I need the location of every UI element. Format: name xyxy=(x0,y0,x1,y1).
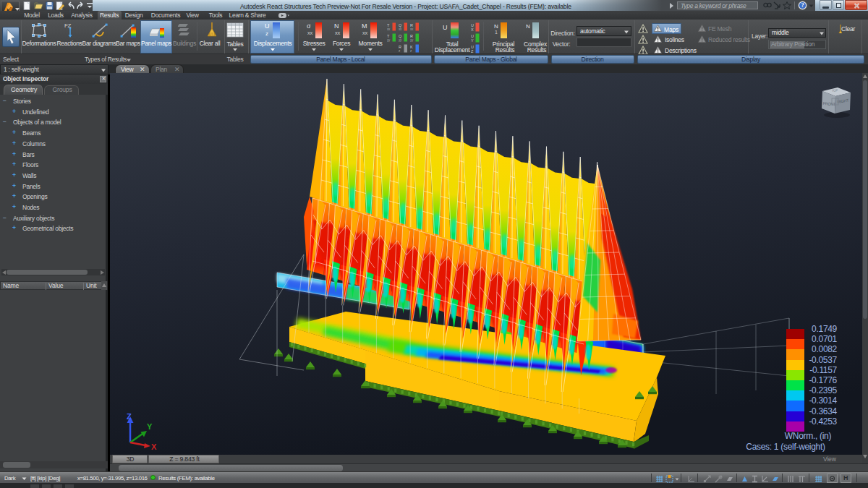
svg-text:Q: Q xyxy=(399,23,402,27)
svg-text:z: z xyxy=(410,49,412,53)
svg-text:xx: xx xyxy=(335,30,340,36)
svg-text:yy: yy xyxy=(399,38,402,42)
svg-text:xx: xx xyxy=(362,30,367,36)
svg-text:1: 1 xyxy=(495,30,498,35)
svg-text:Y: Y xyxy=(147,422,153,431)
svg-text:yy: yy xyxy=(387,38,391,42)
svg-text:M: M xyxy=(362,22,367,30)
svg-text:TOP: TOP xyxy=(832,88,838,93)
svg-text:Y: Y xyxy=(471,38,474,43)
svg-text:Z: Z xyxy=(471,49,474,53)
svg-text:?: ? xyxy=(801,1,804,9)
svg-text:N: N xyxy=(494,23,498,30)
svg-text:FRONT: FRONT xyxy=(822,101,836,106)
svg-text:R: R xyxy=(410,23,413,27)
svg-text:yy: yy xyxy=(410,38,414,42)
svg-text:z: z xyxy=(265,30,268,37)
svg-text:xx: xx xyxy=(399,27,402,31)
svg-text:xx: xx xyxy=(387,27,391,31)
svg-text:xx: xx xyxy=(307,30,312,36)
svg-text:T: T xyxy=(387,34,390,38)
svg-text:z: z xyxy=(399,49,401,53)
svg-text:xx: xx xyxy=(410,27,414,31)
svg-text:K: K xyxy=(410,45,413,49)
svg-text:U: U xyxy=(443,24,447,31)
svg-text:U: U xyxy=(265,22,269,30)
svg-text:N: N xyxy=(526,23,530,30)
svg-text:T: T xyxy=(387,23,390,27)
svg-text:R: R xyxy=(410,34,413,38)
svg-text:Z: Z xyxy=(127,412,132,421)
svg-text:X: X xyxy=(471,27,474,32)
svg-text:Q: Q xyxy=(399,34,402,38)
svg-text:R: R xyxy=(399,45,401,49)
svg-text:σ: σ xyxy=(307,22,311,30)
svg-text:N: N xyxy=(334,22,339,30)
svg-text:X: X xyxy=(151,442,157,450)
